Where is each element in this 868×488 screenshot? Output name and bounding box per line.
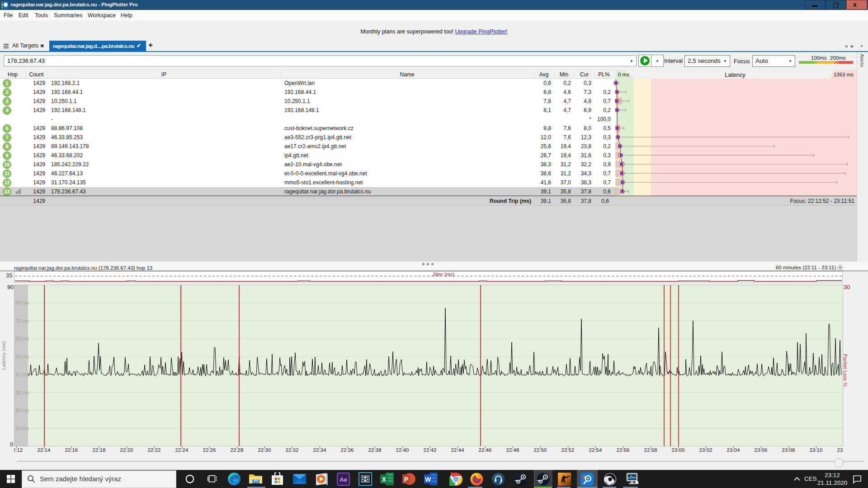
svg-text:60 ms: 60 ms [15, 336, 29, 341]
svg-text:Jitter (ms): Jitter (ms) [432, 272, 454, 277]
svg-text:P: P [404, 476, 408, 483]
svg-text:40 ms: 40 ms [15, 372, 29, 377]
svg-text:Latency: Latency [725, 71, 745, 78]
svg-text:W: W [425, 476, 431, 483]
svg-text:0 ms: 0 ms [618, 72, 629, 77]
svg-text:50 ms: 50 ms [15, 354, 29, 359]
svg-text:10 ms: 10 ms [15, 426, 29, 431]
svg-text:X: X [382, 476, 387, 483]
svg-text:1353 ms: 1353 ms [834, 72, 854, 77]
svg-text:30 ms: 30 ms [15, 390, 29, 395]
svg-text:80 ms: 80 ms [15, 300, 29, 305]
svg-text:70 ms: 70 ms [15, 318, 29, 324]
svg-text:Ae: Ae [340, 476, 347, 483]
svg-text:20 ms: 20 ms [15, 408, 29, 413]
